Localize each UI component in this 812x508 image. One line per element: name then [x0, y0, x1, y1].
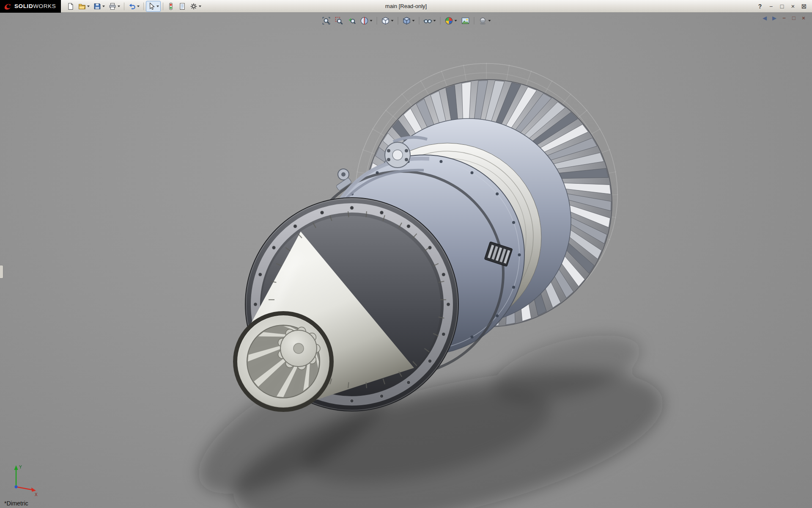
z-axis-dot-icon [15, 486, 18, 489]
options-button[interactable] [188, 1, 203, 12]
file-properties-icon [178, 3, 186, 10]
nose-cap[interactable] [235, 313, 332, 410]
reference-triad: Y X [5, 462, 41, 498]
open-button[interactable] [77, 1, 91, 12]
view-orientation-button[interactable] [380, 15, 395, 27]
undo-button[interactable] [126, 1, 141, 12]
close-document-button[interactable]: ⊠ [799, 2, 809, 11]
rebuild-icon [167, 3, 175, 10]
file-properties-button[interactable] [177, 1, 188, 12]
title-bar[interactable]: SOLIDWORKS main [Read-only] ?−□×⊠ [0, 0, 812, 13]
dropdown-caret-icon[interactable] [199, 6, 201, 7]
dropdown-caret-icon[interactable] [87, 6, 90, 7]
y-axis-label: Y [19, 465, 22, 469]
display-style-button[interactable] [401, 15, 417, 27]
toolbar-separator [143, 3, 144, 10]
display-style-icon [403, 17, 411, 25]
dropdown-caret-icon[interactable] [391, 20, 394, 22]
zoom-to-fit-button[interactable] [321, 15, 332, 27]
minimize-button[interactable]: − [766, 2, 776, 11]
dropdown-caret-icon[interactable] [156, 6, 159, 7]
solidworks-logo: SOLIDWORKS [0, 0, 61, 13]
dropdown-caret-icon[interactable] [488, 20, 491, 22]
toolbar-separator [474, 17, 475, 25]
x-axis-arrow-icon [31, 488, 36, 492]
save-icon [93, 3, 101, 10]
view-orientation-label: *Dimetric [4, 500, 28, 507]
previous-view-icon [348, 17, 356, 25]
new-document-button[interactable] [65, 1, 76, 12]
previous-window-button[interactable]: ◀ [761, 14, 768, 22]
app-name: SOLIDWORKS [14, 3, 56, 9]
y-axis-arrow-icon [14, 465, 18, 470]
options-icon [190, 3, 198, 10]
window-controls: ?−□×⊠ [755, 2, 812, 11]
dropdown-caret-icon[interactable] [433, 20, 436, 22]
heads-up-view-toolbar [321, 15, 493, 27]
view-orientation-icon [381, 17, 390, 25]
help-button[interactable]: ? [755, 2, 765, 11]
previous-view-button[interactable] [346, 15, 358, 27]
document-window-controls: ◀▶−□× [761, 14, 807, 22]
minimize-document-button[interactable]: − [781, 14, 787, 22]
engine-3d-model[interactable] [0, 13, 812, 508]
undo-icon [128, 3, 136, 10]
dropdown-caret-icon[interactable] [455, 20, 457, 22]
hide-show-items-icon [424, 17, 432, 25]
hide-show-items-button[interactable] [422, 15, 438, 27]
dropdown-caret-icon[interactable] [412, 20, 415, 22]
print-icon [109, 3, 116, 10]
edit-appearance-button[interactable] [443, 15, 459, 27]
apply-scene-icon [461, 17, 470, 25]
edit-appearance-icon [445, 17, 453, 25]
dropdown-caret-icon[interactable] [102, 6, 105, 7]
toolbar-separator [398, 17, 398, 25]
zoom-to-area-icon [335, 17, 343, 25]
select-button[interactable] [146, 1, 161, 12]
main-toolbar [65, 1, 203, 12]
zoom-to-fit-icon [322, 17, 331, 25]
restore-document-button[interactable]: □ [790, 14, 797, 22]
rebuild-button[interactable] [165, 1, 176, 12]
apply-scene-button[interactable] [460, 15, 472, 27]
next-window-button[interactable]: ▶ [771, 14, 778, 22]
x-axis-label: X [35, 492, 38, 497]
top-fitting[interactable] [385, 142, 410, 168]
restore-button[interactable]: □ [777, 2, 787, 11]
close-document-button[interactable]: × [800, 14, 807, 22]
zoom-to-area-button[interactable] [333, 15, 345, 27]
close-button[interactable]: × [788, 2, 798, 11]
new-document-icon [67, 3, 74, 10]
open-icon [78, 3, 86, 10]
select-icon [148, 3, 155, 10]
toolbar-separator [377, 17, 377, 25]
dropdown-caret-icon[interactable] [370, 20, 373, 22]
panel-splitter-handle[interactable] [0, 265, 3, 279]
toolbar-separator [419, 17, 420, 25]
solidworks-logo-icon [3, 2, 12, 11]
toolbar-separator [440, 17, 441, 25]
toolbar-separator [124, 3, 124, 10]
save-button[interactable] [92, 1, 107, 12]
solidworks-window: SOLIDWORKS main [Read-only] ?−□×⊠ [0, 0, 812, 508]
section-view-icon [360, 17, 369, 25]
view-settings-icon [479, 17, 487, 25]
print-button[interactable] [107, 1, 122, 12]
dropdown-caret-icon[interactable] [137, 6, 140, 7]
graphics-viewport[interactable]: ◀▶−□× Y X *Dimetric [0, 13, 812, 508]
view-settings-button[interactable] [477, 15, 493, 27]
dropdown-caret-icon[interactable] [118, 6, 120, 7]
toolbar-separator [163, 3, 163, 10]
section-view-button[interactable] [359, 15, 374, 27]
window-title: main [Read-only] [385, 3, 427, 9]
